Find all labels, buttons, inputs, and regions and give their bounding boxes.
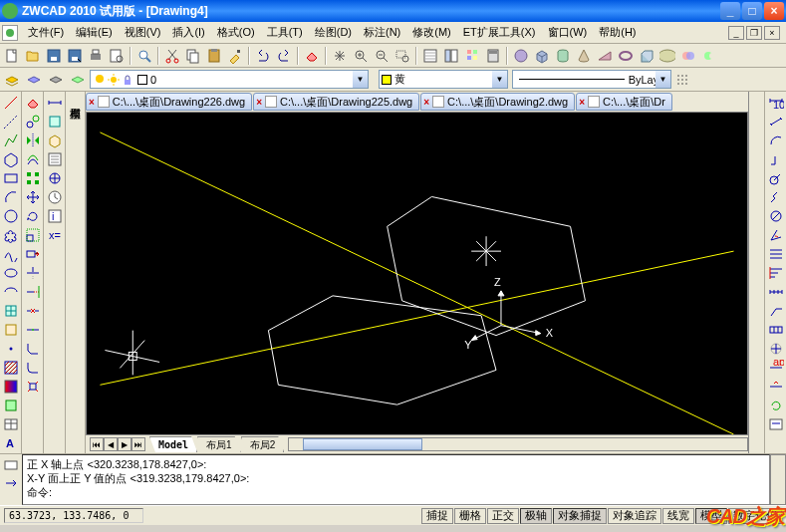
dim-arc-button[interactable] xyxy=(766,132,786,149)
maximize-button[interactable]: □ xyxy=(742,2,762,20)
menu-file[interactable]: 文件(F) xyxy=(22,23,70,42)
sidetab[interactable]: 模型布局 xyxy=(66,92,86,453)
match-prop-button[interactable] xyxy=(225,46,245,66)
linetype-manager-button[interactable] xyxy=(673,70,693,90)
doc-tab[interactable]: ×C:\...\桌面\Drawing2.dwg xyxy=(420,93,575,111)
arc-button[interactable] xyxy=(1,188,21,206)
mdi-restore-button[interactable]: ❐ xyxy=(746,26,762,40)
line-button[interactable] xyxy=(1,94,21,112)
model-tab[interactable]: Model xyxy=(149,436,197,452)
menu-format[interactable]: 格式(O) xyxy=(211,23,261,42)
torus-icon[interactable] xyxy=(616,46,636,66)
menu-help[interactable]: 帮助(H) xyxy=(593,23,642,42)
circle-button[interactable] xyxy=(1,207,21,225)
leader-button[interactable] xyxy=(766,302,786,320)
dimupdate-button[interactable] xyxy=(766,397,786,414)
extend-button[interactable] xyxy=(23,283,43,301)
designcenter-button[interactable] xyxy=(441,46,461,66)
table-button[interactable] xyxy=(1,415,21,433)
cmd-scrollbar[interactable] xyxy=(770,454,786,505)
cylinder-icon[interactable] xyxy=(553,46,573,66)
dim-linear-button[interactable]: 10 xyxy=(766,94,786,112)
hscrollbar[interactable] xyxy=(288,437,748,451)
dim-diameter-button[interactable] xyxy=(766,207,786,225)
revolve-icon[interactable] xyxy=(657,46,677,66)
layout2-tab[interactable]: 布局2 xyxy=(241,436,285,452)
ortho-toggle[interactable]: 正交 xyxy=(487,508,519,524)
dim-angular-button[interactable] xyxy=(766,226,786,244)
tab-close-icon[interactable]: × xyxy=(423,97,429,108)
menu-window[interactable]: 窗口(W) xyxy=(542,23,594,42)
chamfer-button[interactable] xyxy=(23,340,43,358)
menu-tools[interactable]: 工具(T) xyxy=(261,23,309,42)
find-button[interactable] xyxy=(134,46,154,66)
block-button[interactable] xyxy=(1,321,21,339)
tab-close-icon[interactable]: × xyxy=(256,97,262,108)
layer-combo[interactable]: 0 ▼ xyxy=(90,70,369,89)
zoom-window-button[interactable] xyxy=(393,46,412,66)
insert-button[interactable] xyxy=(1,302,21,320)
join-button[interactable] xyxy=(23,321,43,339)
scale-button[interactable] xyxy=(23,226,43,244)
properties-button[interactable] xyxy=(420,46,440,66)
dim-aligned-button[interactable] xyxy=(766,113,786,131)
save-button[interactable] xyxy=(44,46,64,66)
box-icon[interactable] xyxy=(532,46,552,66)
vscrollbar[interactable] xyxy=(748,92,764,453)
redo-button[interactable] xyxy=(274,46,294,66)
new-button[interactable] xyxy=(2,46,22,66)
undo-button[interactable] xyxy=(253,46,273,66)
subtract-icon[interactable] xyxy=(699,46,719,66)
centermark-button[interactable] xyxy=(766,340,786,358)
doc-tab[interactable]: ×C:\...\桌面\Dr xyxy=(576,93,672,111)
dim-baseline-button[interactable] xyxy=(766,264,786,282)
menu-modify[interactable]: 修改(M) xyxy=(406,23,457,42)
mdi-close-button[interactable]: × xyxy=(764,26,780,40)
paste-button[interactable] xyxy=(204,46,224,66)
copy-button[interactable] xyxy=(23,113,43,131)
mirror-button[interactable] xyxy=(23,132,43,149)
mtext-button[interactable]: A xyxy=(1,434,21,452)
dimtedit-button[interactable] xyxy=(766,378,786,396)
pan-button[interactable] xyxy=(330,46,350,66)
snap-toggle[interactable]: 捕捉 xyxy=(421,508,453,524)
dim-radius-button[interactable] xyxy=(766,169,786,187)
dimedit-button[interactable]: ab xyxy=(766,359,786,377)
grid-toggle[interactable]: 栅格 xyxy=(454,508,486,524)
polygon-button[interactable] xyxy=(1,150,21,168)
osnap-toggle[interactable]: 对象捕捉 xyxy=(553,508,607,524)
layer-prop-button[interactable] xyxy=(2,70,22,90)
wedge-icon[interactable] xyxy=(595,46,615,66)
dim-jogged-button[interactable] xyxy=(766,188,786,206)
ellipse-button[interactable] xyxy=(1,264,21,282)
stretch-button[interactable] xyxy=(23,245,43,263)
extrude-icon[interactable] xyxy=(637,46,656,66)
point-button[interactable] xyxy=(1,340,21,358)
id-button[interactable] xyxy=(45,169,65,187)
area-button[interactable] xyxy=(45,113,65,131)
explode-button[interactable] xyxy=(23,378,43,396)
drawing-canvas[interactable]: X Y Z xyxy=(86,112,748,435)
calc-button[interactable] xyxy=(483,46,503,66)
sphere-icon[interactable] xyxy=(511,46,531,66)
rectangle-button[interactable] xyxy=(1,169,21,187)
ellipsearc-button[interactable] xyxy=(1,283,21,301)
layer-off-button[interactable] xyxy=(46,70,66,90)
zoom-out-button[interactable] xyxy=(372,46,392,66)
cmd-icon-2[interactable] xyxy=(1,474,21,492)
rotate-button[interactable] xyxy=(23,207,43,225)
region-button[interactable] xyxy=(1,397,21,414)
color-combo[interactable]: 黄 ▼ xyxy=(379,70,508,89)
close-button[interactable]: × xyxy=(764,2,784,20)
menu-dim[interactable]: 标注(N) xyxy=(358,23,406,42)
linetype-combo[interactable]: ByLayer ▼ xyxy=(512,70,671,89)
tab-close-icon[interactable]: × xyxy=(579,97,585,108)
tolerance-button[interactable] xyxy=(766,321,786,339)
print-preview-button[interactable] xyxy=(107,46,127,66)
otrack-toggle[interactable]: 对象追踪 xyxy=(608,508,661,524)
menu-ext[interactable]: ET扩展工具(X) xyxy=(457,23,542,42)
tab-prev-button[interactable]: ◀ xyxy=(104,437,118,451)
layer-iso-button[interactable] xyxy=(24,70,44,90)
layer-prev-button[interactable] xyxy=(68,70,88,90)
tab-next-button[interactable]: ▶ xyxy=(118,437,131,451)
